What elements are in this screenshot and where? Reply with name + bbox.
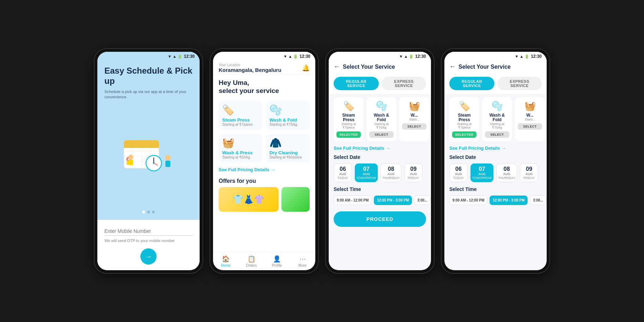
fold-select-btn-4[interactable]: SELECT xyxy=(485,131,509,138)
nav-home[interactable]: 🏠 Home xyxy=(213,252,239,270)
offer-banner-2[interactable] xyxy=(281,187,310,212)
nav-home-label: Home xyxy=(221,264,231,267)
offers-banner: 👕👗👚 xyxy=(219,187,310,212)
date-row-4: 06 AUG TODAY 07 AUG TOMORROW 08 AUG THUR… xyxy=(444,162,547,185)
time-chip-3pm-4[interactable]: 3:00... xyxy=(530,196,546,205)
phone-3: ▼ ▲ 🔋 12:30 ← Select Your Service REGULA… xyxy=(329,52,431,270)
w-name-4: W... xyxy=(526,113,534,118)
services-grid: 🏷️ Steam Press Starting at ₹7/piece 🫧 Wa… xyxy=(213,98,315,166)
service-card-steam[interactable]: 🏷️ Steam Press Starting at ₹7/piece xyxy=(219,101,262,130)
signal-icons-1: ▼ ▲ 🔋 xyxy=(168,54,183,59)
fold-price-4: Starting at ₹75/kg xyxy=(485,122,509,129)
nav-more[interactable]: ⋯ More xyxy=(290,252,316,270)
proceed-circle-button[interactable]: → xyxy=(140,248,157,265)
pricing-link-text-3: See Full Pricing Details xyxy=(334,145,384,151)
signal-icon: ▲ xyxy=(172,54,176,58)
w-icon-4: 🧺 xyxy=(524,101,536,112)
service-select-fold-4[interactable]: 🫧 Wash & Fold Starting at ₹75/kg SELECT xyxy=(482,97,512,141)
onboarding-subtitle: Schedule a pick up via our app at a time… xyxy=(104,89,193,100)
date-chip-08-4[interactable]: 08 AUG THURSDAY xyxy=(496,163,517,182)
signal-icons-3: ▼ ▲ 🔋 xyxy=(399,54,414,59)
time-chip-9am-3[interactable]: 9:00 AM - 12:00 PM xyxy=(334,196,372,205)
steam-select-btn-4[interactable]: SELECTED xyxy=(452,131,476,138)
pricing-link-2[interactable]: See Full Pricing Details → xyxy=(213,166,315,175)
signal-icons-4: ▼ ▲ 🔋 xyxy=(515,54,530,59)
pricing-link-section-4: See Full Pricing Details → xyxy=(444,145,547,153)
date-month-08-4: AUG xyxy=(503,172,510,176)
date-chip-06-4[interactable]: 06 AUG TODAY xyxy=(449,163,468,182)
time-chip-9am-4[interactable]: 9:00 AM - 12:00 PM xyxy=(449,196,487,205)
date-chip-06-3[interactable]: 06 AUG TODAY xyxy=(334,163,352,182)
date-num-06-4: 06 xyxy=(455,166,462,172)
fold-select-btn-3[interactable]: SELECT xyxy=(369,131,394,138)
page-title-3: Select Your Service xyxy=(343,64,395,70)
wash-fold-name: Wash & Fold xyxy=(269,117,297,123)
svg-point-16 xyxy=(128,155,133,160)
wash-press-price: Starting at ₹55/kg xyxy=(222,155,250,159)
nav-orders-label: Orders xyxy=(246,264,257,267)
location-row: Your Location Koramangala, Bengaluru 🔔 xyxy=(219,63,310,73)
wifi-icon-3: ▼ xyxy=(399,54,403,58)
service-select-w-4[interactable]: 🧺 W... Starti... SELECT xyxy=(515,97,545,141)
time-chip-3pm-3[interactable]: 3:00... xyxy=(414,196,430,205)
date-chip-09-3[interactable]: 09 AUG FRIDAY xyxy=(404,163,423,182)
date-day-08-3: THURSDAY xyxy=(382,176,400,180)
tab-express-3[interactable]: EXPRESS SERVICE xyxy=(382,77,426,90)
time-1: 12:30 xyxy=(184,54,195,59)
w-select-btn-4[interactable]: SELECT xyxy=(518,123,542,130)
screens-container: ▼ ▲ 🔋 12:30 Easy Schedule & Pick up Sche… xyxy=(94,48,550,274)
phone-2: ▼ ▲ 🔋 12:30 Your Location Koramangala, B… xyxy=(213,52,315,270)
proceed-button-3[interactable]: PROCEED xyxy=(334,211,426,227)
bottom-spacer-4 xyxy=(444,208,547,270)
service-select-steam-3[interactable]: 🏷️ Steam Press Starting at ₹7/piece SELE… xyxy=(334,97,364,141)
steam-price-3: Starting at ₹7/piece xyxy=(336,122,361,129)
steam-name-3: Steam Press xyxy=(336,113,361,122)
service-card-fold[interactable]: 🫧 Wash & Fold Starting at ₹75/kg xyxy=(266,101,310,130)
battery-icon-4: 🔋 xyxy=(524,54,529,59)
phone-4: ▼ ▲ 🔋 12:30 ← Select Your Service REGULA… xyxy=(444,52,547,270)
bottom-nav: 🏠 Home 📋 Orders 👤 Profile ⋯ More xyxy=(213,252,315,270)
nav-profile[interactable]: 👤 Profile xyxy=(264,252,290,270)
pricing-link-4[interactable]: See Full Pricing Details → xyxy=(449,145,542,151)
steam-name-4: Steam Press xyxy=(452,113,476,122)
date-chip-09-4[interactable]: 09 AUG FRIDAY xyxy=(520,163,538,182)
date-num-09-3: 09 xyxy=(410,166,417,172)
date-day-07-4: TOMORROW xyxy=(472,176,492,180)
calendar-svg xyxy=(113,133,184,179)
hero-area: Easy Schedule & Pick up Schedule a pick … xyxy=(97,60,200,220)
nav-orders[interactable]: 📋 Orders xyxy=(239,252,265,270)
date-chip-07-3[interactable]: 07 AUG TOMORROW xyxy=(355,163,378,182)
time-4: 12:30 xyxy=(531,54,542,59)
service-select-fold-3[interactable]: 🫧 Wash & Fold Starting at ₹75/kg SELECT xyxy=(366,97,396,141)
back-button-3[interactable]: ← xyxy=(334,63,340,70)
steam-select-btn-3[interactable]: SELECTED xyxy=(336,131,361,138)
status-bar-2: ▼ ▲ 🔋 12:30 xyxy=(213,52,315,60)
steam-icon-3: 🏷️ xyxy=(343,101,354,112)
back-button-4[interactable]: ← xyxy=(449,63,456,70)
time-chip-12pm-3[interactable]: 12:00 PM - 3:00 PM xyxy=(374,196,412,205)
service-select-w-3[interactable]: 🧺 W... Starti... SELECT xyxy=(399,97,429,141)
steam-press-price: Starting at ₹7/piece xyxy=(222,123,253,126)
bell-icon[interactable]: 🔔 xyxy=(302,64,310,72)
date-month-09-4: AUG xyxy=(525,172,533,176)
tab-express-4[interactable]: EXPRESS SERVICE xyxy=(497,77,542,90)
service-select-steam-4[interactable]: 🏷️ Steam Press Starting at ₹7/piece SELE… xyxy=(449,97,479,141)
w-select-btn-3[interactable]: SELECT xyxy=(402,123,426,130)
tab-regular-4[interactable]: REGULAR SERVICE xyxy=(449,77,494,90)
pricing-link-3[interactable]: See Full Pricing Details → xyxy=(334,145,426,151)
carousel-dots xyxy=(104,211,193,213)
svg-rect-17 xyxy=(129,160,133,165)
date-month-08-3: AUG xyxy=(388,172,395,176)
date-chip-08-3[interactable]: 08 AUG THURSDAY xyxy=(381,163,401,182)
date-day-06-4: TODAY xyxy=(453,176,464,180)
offer-banner-1[interactable]: 👕👗👚 xyxy=(219,187,279,212)
service-card-press[interactable]: 🧺 Wash & Press Starting at ₹55/kg xyxy=(219,134,262,163)
tab-regular-3[interactable]: REGULAR SERVICE xyxy=(334,77,379,90)
nav-more-label: More xyxy=(298,264,306,267)
signal-icon-2: ▲ xyxy=(288,54,292,58)
mobile-input[interactable] xyxy=(104,227,193,236)
calendar-illustration-area xyxy=(104,104,193,208)
service-card-dry[interactable]: 🧥 Dry Cleaning Starting at ₹60/piece xyxy=(266,134,310,163)
date-chip-07-4[interactable]: 07 AUG TOMORROW xyxy=(470,163,493,182)
time-chip-12pm-4[interactable]: 12:00 PM - 3:00 PM xyxy=(490,196,528,205)
